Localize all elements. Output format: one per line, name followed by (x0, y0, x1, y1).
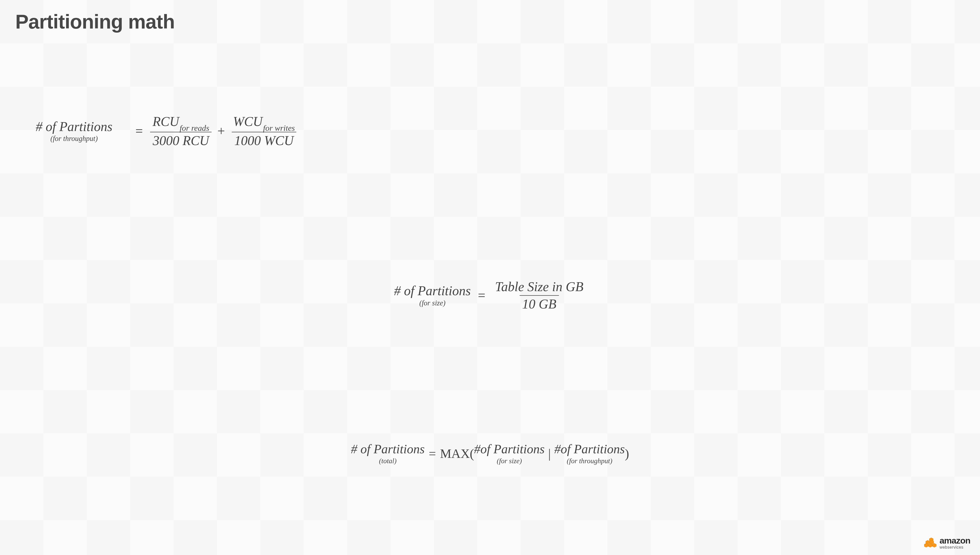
eq3-fn: MAX( (440, 446, 474, 461)
eq1-frac-wcu: WCUfor writes 1000 WCU (230, 113, 297, 149)
aws-logo: amazon webservices (924, 536, 970, 549)
eq2-lhs-main: # of Partitions (394, 284, 471, 298)
aws-cubes-icon (924, 537, 937, 549)
eq3-arg1-note: (for size) (497, 457, 522, 465)
eq1-frac1-den: 3000 RCU (150, 132, 212, 149)
eq1-lhs: # of Partitions (for throughput) (36, 119, 112, 143)
eq1-frac2-num-base: WCU (233, 114, 262, 129)
eq3-lhs-note: (total) (379, 457, 397, 465)
eq1-lhs-main: # of Partitions (36, 119, 112, 134)
eq3-lhs-main: # of Partitions (351, 442, 425, 456)
eq1-frac2-den: 1000 WCU (232, 132, 296, 149)
equals-sign: = (135, 123, 143, 139)
aws-logo-brand: amazon (940, 536, 970, 545)
slide-title: Partitioning math (15, 10, 965, 34)
eq2-frac-den: 10 GB (520, 295, 559, 313)
eq3-close-paren: ) (625, 446, 629, 461)
pipe-separator: | (548, 446, 551, 461)
aws-logo-sub: webservices (940, 545, 970, 549)
equation-throughput: # of Partitions (for throughput) = RCUfo… (26, 113, 954, 149)
eq1-frac2-num: WCUfor writes (230, 113, 297, 132)
equation-size: # of Partitions (for size) = Table Size … (26, 278, 954, 313)
eq3-arg2-main: #of Partitions (554, 442, 625, 456)
slide: Partitioning math # of Partitions (for t… (0, 0, 980, 555)
eq1-lhs-note: (for throughput) (50, 134, 98, 143)
eq2-lhs-note: (for size) (419, 299, 445, 308)
eq3-arg2-note: (for throughput) (567, 457, 613, 465)
eq3-arg1: #of Partitions (for size) (474, 442, 544, 465)
eq1-frac1-num-sub: for reads (180, 124, 209, 133)
eq1-frac1-num: RCUfor reads (150, 113, 212, 132)
eq2-frac-num: Table Size in GB (492, 278, 586, 295)
svg-marker-5 (932, 543, 937, 547)
eq3-lhs: # of Partitions (total) (351, 442, 425, 465)
plus-sign: + (217, 123, 225, 139)
eq3-arg2: #of Partitions (for throughput) (554, 442, 625, 465)
formulas-block: # of Partitions (for throughput) = RCUfo… (15, 49, 965, 540)
eq3-arg1-main: #of Partitions (474, 442, 544, 456)
equation-total: # of Partitions (total) = MAX( #of Parti… (26, 442, 954, 465)
eq1-frac1-num-base: RCU (153, 114, 179, 129)
aws-logo-text: amazon webservices (940, 536, 970, 549)
eq1-frac2-num-sub: for writes (263, 124, 295, 133)
equals-sign: = (429, 446, 436, 461)
eq2-frac: Table Size in GB 10 GB (492, 278, 586, 313)
eq1-frac-rcu: RCUfor reads 3000 RCU (150, 113, 212, 149)
eq2-lhs: # of Partitions (for size) (394, 284, 471, 308)
equals-sign: = (478, 287, 485, 303)
